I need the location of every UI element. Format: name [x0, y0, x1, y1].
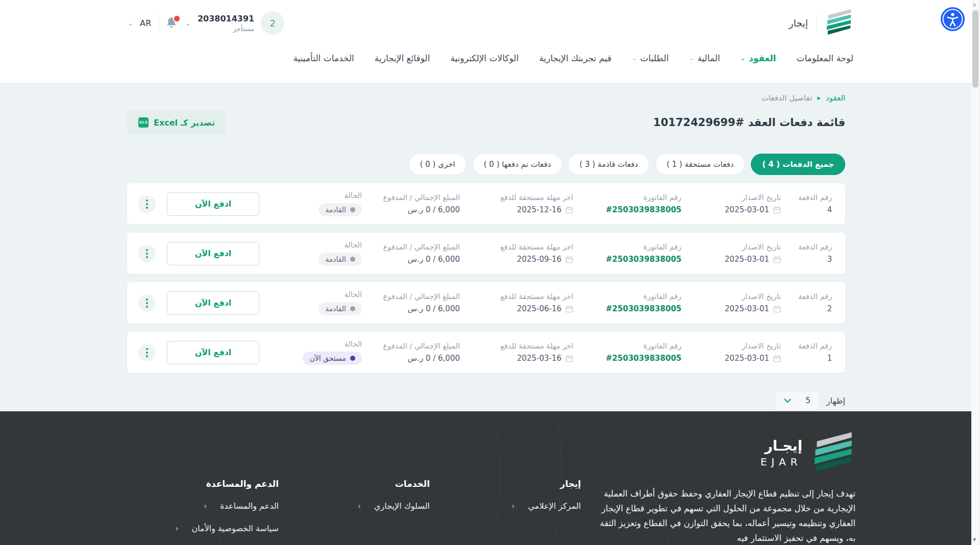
due-date: 2025-12-16	[517, 205, 561, 214]
invoice-number: #2503039838005	[573, 354, 681, 363]
notification-badge	[173, 15, 181, 22]
per-page-select[interactable]: 5	[775, 390, 819, 411]
calendar-icon	[566, 305, 573, 313]
page-title: قائمة دفعات العقد #10172429699	[653, 116, 845, 129]
chevron-down-icon[interactable]: ⌄	[185, 20, 191, 27]
filter-upcoming-payments[interactable]: دفعات قادمة ( 3 )	[568, 154, 649, 175]
ejar-logo-icon	[812, 431, 855, 475]
calendar-icon	[566, 355, 573, 362]
payment-card: رقم الدفعة2 تاريخ الاصدار2025-03-01 رقم …	[127, 282, 845, 324]
footer-link-support[interactable]: الدعم والمساعدة‹	[128, 501, 279, 511]
calendar-icon	[773, 305, 781, 313]
amount: 6,000 / 0 ر.س	[362, 354, 460, 363]
pay-now-button[interactable]: ادفع الآن	[167, 242, 259, 265]
kebab-menu-button[interactable]	[138, 245, 156, 262]
footer: إيجـار EJAR تهدف إيجار إلى تنظيم قطاع ال…	[0, 411, 980, 545]
kebab-menu-button[interactable]	[138, 344, 156, 361]
main-nav: لوحة المعلومات العقود⌄ المالية⌄ الطلبات⌄…	[0, 40, 980, 77]
scrollbar[interactable]: ▲ ▼	[971, 0, 980, 545]
footer-logo-latin: EJAR	[760, 456, 802, 468]
scroll-down-icon[interactable]: ▼	[973, 537, 976, 542]
scroll-up-icon[interactable]: ▲	[973, 2, 976, 7]
payment-card: رقم الدفعة1 تاريخ الاصدار2025-03-01 رقم …	[127, 332, 845, 373]
calendar-icon	[773, 206, 781, 214]
footer-link-privacy-policy[interactable]: سياسة الخصوصية والأمان‹	[128, 524, 279, 533]
payment-filters: جميع الدفعات ( 4 ) دفعات مستحقة ( 1 ) دف…	[127, 154, 845, 175]
chevron-left-icon: ‹	[358, 502, 361, 511]
issue-date: 2025-03-01	[725, 255, 769, 264]
chevron-down-icon: ⌄	[689, 56, 694, 61]
chevron-down-icon	[784, 399, 791, 403]
main-content: العقود ▶ تفاصيل الدفعات قائمة دفعات العق…	[0, 83, 980, 411]
payment-number: 3	[781, 255, 832, 264]
chevron-down-icon: ⌄	[741, 56, 745, 61]
pay-now-button[interactable]: ادفع الآن	[167, 192, 259, 216]
notifications-button[interactable]	[165, 16, 179, 30]
breadcrumb-arrow-icon: ▶	[817, 96, 821, 101]
chevron-left-icon: ‹	[204, 502, 207, 511]
calendar-icon	[566, 256, 573, 263]
nav-item-requests[interactable]: الطلبات⌄	[632, 53, 669, 63]
scrollbar-thumb[interactable]	[972, 10, 978, 88]
chevron-left-icon: ‹	[512, 502, 515, 511]
status-badge: القادمة	[318, 203, 362, 216]
nav-item-e-agencies[interactable]: الوكالات الإلكترونية	[450, 53, 519, 63]
xls-icon: XLS	[138, 117, 149, 128]
brand[interactable]: إيجار	[789, 8, 853, 38]
nav-item-rental-incidents[interactable]: الوقائع الإيجارية	[375, 53, 430, 63]
avatar[interactable]: 2	[261, 11, 284, 35]
due-date: 2025-09-16	[517, 255, 561, 264]
breadcrumb-contracts[interactable]: العقود	[826, 93, 845, 103]
status-dot-icon	[350, 306, 355, 311]
amount: 6,000 / 0 ر.س	[362, 255, 460, 264]
pagination: إظهار 5	[127, 390, 845, 411]
payment-card: رقم الدفعة3 تاريخ الاصدار2025-03-01 رقم …	[127, 233, 845, 274]
accessibility-person-icon	[941, 7, 965, 31]
issue-date: 2025-03-01	[725, 304, 769, 313]
footer-column-support: الدعم والمساعدة الدعم والمساعدة‹ سياسة ا…	[128, 479, 279, 545]
filter-paid-payments[interactable]: دفعات تم دفعها ( 0 )	[473, 154, 562, 175]
footer-description: تهدف إيجار إلى تنظيم قطاع الإيجار العقار…	[598, 486, 855, 545]
amount: 6,000 / 0 ر.س	[362, 205, 460, 214]
footer-link-rental-conduct[interactable]: السلوك الإيجاري‹	[279, 501, 430, 511]
pay-now-button[interactable]: ادفع الآن	[167, 341, 259, 364]
show-label: إظهار	[826, 396, 845, 406]
issue-date: 2025-03-01	[725, 205, 769, 214]
language-switcher[interactable]: AR	[140, 18, 152, 28]
nav-item-insurance-services[interactable]: الخدمات التأمينية	[293, 53, 354, 63]
calendar-icon	[773, 355, 781, 362]
filter-other-payments[interactable]: اخرى ( 0 )	[409, 154, 467, 175]
divider	[158, 14, 159, 32]
footer-column-services: الخدمات السلوك الإيجاري‹	[279, 479, 430, 545]
brand-name: إيجار	[789, 17, 808, 29]
payment-number: 4	[781, 205, 832, 214]
amount: 6,000 / 0 ر.س	[362, 304, 460, 313]
status-dot-icon	[350, 257, 355, 262]
kebab-menu-button[interactable]	[138, 195, 156, 213]
footer-link-media-center[interactable]: المركز الإعلامي‹	[430, 501, 581, 511]
nav-item-contracts[interactable]: العقود⌄	[741, 53, 776, 63]
issue-date: 2025-03-01	[725, 354, 769, 363]
invoice-number: #2503039838005	[573, 304, 681, 313]
kebab-menu-button[interactable]	[138, 294, 156, 312]
nav-item-finance[interactable]: المالية⌄	[689, 53, 720, 63]
accessibility-widget-button[interactable]	[941, 7, 965, 31]
footer-column-title: الخدمات	[279, 479, 430, 489]
chevron-down-icon[interactable]: ⌄	[128, 20, 133, 27]
user-id: 2038014391	[198, 14, 254, 23]
ejar-logo-icon	[825, 8, 853, 38]
invoice-number: #2503039838005	[573, 255, 681, 264]
per-page-value: 5	[805, 396, 811, 405]
nav-item-rate-experience[interactable]: قيم تجربتك الإيجارية	[539, 53, 611, 63]
pay-now-button[interactable]: ادفع الآن	[167, 291, 259, 315]
invoice-number: #2503039838005	[573, 205, 681, 214]
filter-all-payments[interactable]: جميع الدفعات ( 4 )	[751, 154, 845, 175]
payment-number: 2	[781, 304, 832, 313]
nav-item-dashboard[interactable]: لوحة المعلومات	[796, 53, 853, 63]
breadcrumb-current: تفاصيل الدفعات	[762, 93, 812, 103]
user-role: مستأجر	[198, 25, 254, 33]
calendar-icon	[566, 206, 573, 214]
user-info[interactable]: 2038014391 مستأجر	[198, 14, 254, 33]
filter-due-payments[interactable]: دفعات مستحقة ( 1 )	[655, 154, 745, 175]
export-excel-button[interactable]: تصدير كـ Excel XLS	[127, 111, 226, 134]
